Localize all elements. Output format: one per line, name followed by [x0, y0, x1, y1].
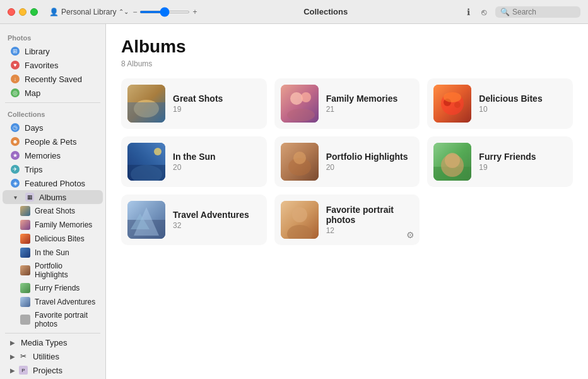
- sidebar-label-featured-photos: Featured Photos: [25, 179, 85, 188]
- zoom-slider[interactable]: [139, 11, 190, 13]
- album-info-delicious-bites: Delicious Bites 10: [479, 93, 567, 114]
- album-info-in-the-sun: In the Sun 20: [173, 152, 261, 172]
- page-title: Albums: [121, 37, 573, 57]
- album-name-portrait: Favorite portrait photos: [326, 205, 414, 225]
- sidebar-label-media-types: Media Types: [21, 338, 67, 347]
- sidebar-sub-family-memories[interactable]: Family Memories: [3, 218, 103, 232]
- info-icon[interactable]: ℹ: [464, 6, 473, 18]
- svg-point-22: [445, 153, 460, 168]
- svg-point-15: [154, 148, 162, 155]
- sidebar-label-recently-saved: Recently Saved: [25, 75, 82, 84]
- sidebar-label-days: Days: [25, 123, 44, 133]
- album-card-in-the-sun[interactable]: In the Sun 20: [121, 136, 267, 187]
- sidebar-sub-in-the-sun[interactable]: In the Sun: [3, 246, 103, 260]
- album-count: 8 Albums: [121, 59, 573, 68]
- title-bar-left: 👤 Personal Library ⌃⌄ − +: [8, 8, 197, 16]
- library-icon: ⊞: [10, 46, 20, 56]
- album-thumbnail-furry-friends: [433, 143, 471, 181]
- album-thumbnail-in-the-sun: [127, 143, 165, 181]
- album-card-portrait[interactable]: Favorite portrait photos 12 ⚙: [274, 195, 420, 245]
- album-count-delicious-bites: 10: [479, 105, 567, 114]
- sidebar-label-projects: Projects: [33, 366, 62, 375]
- main-content: Albums 8 Albums Great Shots 19: [106, 24, 588, 379]
- sidebar-label-library: Library: [25, 47, 50, 56]
- svg-rect-14: [127, 165, 165, 181]
- sidebar-sub-label-family-memories: Family Memories: [35, 220, 92, 229]
- sidebar-sub-furry-friends[interactable]: Furry Friends: [3, 281, 103, 295]
- sidebar-item-map[interactable]: ◎ Map: [3, 86, 103, 100]
- album-info-travel: Travel Adventures 32: [173, 210, 261, 230]
- album-info-furry-friends: Furry Friends 19: [479, 152, 567, 172]
- family-memories-thumb: [20, 220, 30, 230]
- album-count-in-the-sun: 20: [173, 163, 261, 172]
- sidebar-item-library[interactable]: ⊞ Library: [3, 44, 103, 58]
- trips-icon: ✈: [10, 164, 20, 174]
- portfolio-thumb: [20, 265, 30, 275]
- album-card-travel[interactable]: Travel Adventures 32: [121, 195, 267, 245]
- album-name-in-the-sun: In the Sun: [173, 152, 261, 162]
- svg-rect-2: [127, 102, 165, 123]
- album-name-great-shots: Great Shots: [173, 93, 261, 104]
- album-name-furry-friends: Furry Friends: [479, 152, 567, 162]
- svg-point-5: [301, 92, 311, 102]
- zoom-minus-icon: −: [132, 8, 137, 16]
- sidebar-sub-delicious-bites[interactable]: Delicious Bites: [3, 232, 103, 246]
- window-title: Collections: [197, 7, 454, 16]
- sidebar-label-people-pets: People & Pets: [25, 137, 76, 147]
- zoom-slider-container: − +: [132, 8, 197, 16]
- close-button[interactable]: [8, 8, 15, 16]
- sidebar-sub-great-shots[interactable]: Great Shots: [3, 204, 103, 218]
- zoom-plus-icon: +: [192, 8, 197, 16]
- share-icon[interactable]: ⎋: [479, 6, 489, 18]
- great-shots-thumb: [20, 206, 30, 216]
- search-input[interactable]: [512, 8, 575, 16]
- sidebar-item-favorites[interactable]: ♥ Favorites: [3, 58, 103, 72]
- sidebar-item-featured-photos[interactable]: ◈ Featured Photos: [3, 176, 103, 190]
- media-types-expand-icon: ▶: [10, 339, 15, 346]
- sidebar-item-recently-saved[interactable]: ↓ Recently Saved: [3, 72, 103, 86]
- sidebar-sub-label-delicious-bites: Delicious Bites: [35, 234, 85, 243]
- album-card-great-shots[interactable]: Great Shots 19: [121, 78, 267, 129]
- sidebar-sub-travel[interactable]: Travel Adventures: [3, 295, 103, 309]
- album-count-travel: 32: [173, 221, 261, 230]
- title-bar: 👤 Personal Library ⌃⌄ − + Collections ℹ …: [0, 0, 588, 24]
- album-gear-icon[interactable]: ⚙: [406, 230, 415, 240]
- sidebar-label-albums: Albums: [39, 193, 66, 202]
- sidebar-item-days[interactable]: ◷ Days: [3, 121, 103, 135]
- album-card-portfolio[interactable]: Portfolio Highlights 20: [274, 136, 420, 187]
- window-title-text: Collections: [303, 7, 348, 16]
- memories-icon: ★: [10, 150, 20, 160]
- sidebar-sub-portrait[interactable]: Favorite portrait photos: [3, 309, 103, 330]
- album-card-delicious-bites[interactable]: Delicious Bites 10: [427, 78, 573, 129]
- favorites-icon: ♥: [10, 60, 20, 70]
- delicious-bites-thumb: [20, 234, 30, 244]
- sidebar-sub-label-portrait: Favorite portrait photos: [35, 311, 98, 328]
- albums-expand-arrow: ▾: [10, 192, 20, 202]
- utilities-expand-icon: ▶: [10, 353, 15, 360]
- sidebar-divider-2: [5, 333, 100, 334]
- sidebar-item-memories[interactable]: ★ Memories: [3, 148, 103, 162]
- people-icon: ☻: [10, 136, 20, 147]
- minimize-button[interactable]: [19, 8, 26, 16]
- sidebar: Photos ⊞ Library ♥ Favorites ↓ Recently …: [0, 24, 106, 379]
- sidebar-item-media-types[interactable]: ▶ Media Types: [3, 336, 103, 349]
- album-thumbnail-delicious-bites: [433, 85, 471, 123]
- sidebar-item-utilities[interactable]: ▶ ✂ Utilities: [3, 349, 103, 363]
- album-card-furry-friends[interactable]: Furry Friends 19: [427, 136, 573, 187]
- album-info-portfolio: Portfolio Highlights 20: [326, 152, 414, 172]
- album-card-family-memories[interactable]: Family Memories 21: [274, 78, 420, 129]
- furry-friends-thumb: [20, 283, 30, 293]
- maximize-button[interactable]: [30, 8, 38, 16]
- sidebar-item-projects[interactable]: ▶ P Projects: [3, 363, 103, 377]
- svg-point-6: [287, 109, 315, 121]
- library-selector[interactable]: 👤 Personal Library ⌃⌄: [49, 8, 129, 16]
- sidebar-label-utilities: Utilities: [33, 352, 59, 361]
- album-info-portrait: Favorite portrait photos 12: [326, 205, 414, 235]
- sidebar-item-albums[interactable]: ▾ ▦ Albums: [3, 190, 103, 204]
- sidebar-item-trips[interactable]: ✈ Trips: [3, 162, 103, 176]
- sidebar-sub-portfolio[interactable]: Portfolio Highlights: [3, 260, 103, 281]
- album-name-travel: Travel Adventures: [173, 210, 261, 220]
- map-icon: ◎: [10, 88, 20, 98]
- sidebar-item-people-pets[interactable]: ☻ People & Pets: [3, 135, 103, 148]
- search-icon: 🔍: [500, 8, 510, 16]
